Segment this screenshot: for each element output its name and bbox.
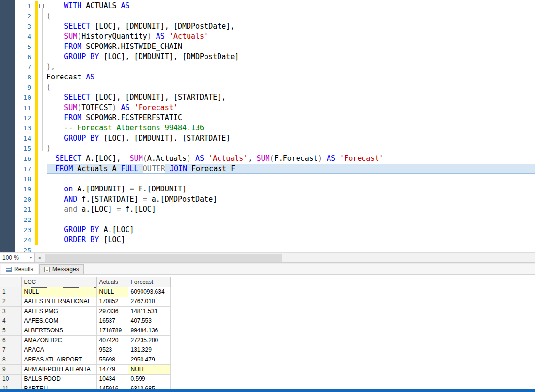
grid-cell[interactable]: 170852 — [96, 297, 128, 306]
editor-line[interactable]: 19 on A.[DMDUNIT] = F.[DMDUNIT] — [0, 184, 535, 194]
row-header-cell[interactable]: 8 — [0, 355, 21, 364]
fold-margin-cell — [35, 194, 47, 204]
fold-margin-cell — [35, 52, 47, 62]
grid-cell[interactable]: NULL — [21, 287, 96, 297]
grid-cell[interactable]: AAFES INTERNATIONAL — [21, 297, 96, 306]
grid-cell[interactable]: 2762.010 — [128, 297, 170, 306]
fold-margin-cell — [35, 93, 47, 103]
code-text: SELECT [LOC], [DMDUNIT], [STARTDATE], — [47, 93, 535, 103]
editor-line[interactable]: 23 GROUP BY A.[LOC] — [0, 225, 535, 235]
grid-cell[interactable]: 16537 — [96, 316, 128, 326]
grid-cell[interactable]: ARACA — [21, 345, 96, 355]
editor-line[interactable]: 4 SUM(HistoryQuantity) AS 'Actuals' — [0, 31, 535, 42]
fold-margin-cell — [35, 133, 47, 143]
editor-line[interactable]: 12 FROM SCPOMGR.FCSTPERFSTATIC — [0, 113, 535, 123]
line-number: 12 — [0, 113, 35, 123]
row-header-cell[interactable]: 3 — [0, 306, 21, 316]
grid-cell[interactable]: 0.599 — [128, 374, 170, 384]
line-number: 9 — [0, 82, 35, 93]
hscroll-track[interactable] — [44, 253, 535, 262]
row-header-cell[interactable]: 4 — [0, 316, 21, 326]
editor-line[interactable]: 20 AND f.[STARTDATE] = a.[DMDPostDate] — [0, 194, 535, 204]
editor-line[interactable]: 8Forecast AS — [0, 72, 535, 82]
query-editor[interactable]: 1 WITH ACTUALS AS2(3 SELECT [LOC], [DMDU… — [0, 0, 535, 252]
code-text: WITH ACTUALS AS — [47, 1, 535, 11]
column-header-forecast[interactable]: Forecast — [128, 277, 170, 287]
fold-margin-cell — [35, 72, 47, 82]
editor-line[interactable]: 16 SELECT A.[LOC], SUM(A.Actuals) AS 'Ac… — [0, 154, 535, 164]
tab-messages[interactable]: Messages — [39, 264, 84, 274]
editor-line[interactable]: 1 WITH ACTUALS AS — [0, 1, 535, 11]
grid-cell[interactable]: 1718789 — [96, 326, 128, 335]
row-header-cell[interactable]: 2 — [0, 297, 21, 306]
grid-cell[interactable]: 407.553 — [128, 316, 170, 326]
editor-line[interactable]: 6 GROUP BY [LOC], [DMDUNIT], [DMDPostDat… — [0, 52, 535, 62]
grid-cell[interactable]: AAFES PMG — [21, 306, 96, 316]
grid-cell[interactable]: 27235.200 — [128, 335, 170, 345]
line-number: 19 — [0, 184, 35, 194]
grid-cell[interactable]: ALBERTSONS — [21, 326, 96, 335]
zoom-dropdown[interactable]: 100 % ▾ — [0, 253, 35, 262]
editor-line[interactable]: 18 — [0, 174, 535, 184]
editor-line[interactable]: 22 — [0, 215, 535, 225]
grid-cell[interactable]: AAFES.COM — [21, 316, 96, 326]
editor-line[interactable]: 10 SELECT [LOC], [DMDUNIT], [STARTDATE], — [0, 93, 535, 103]
grid-cell[interactable]: 131.329 — [128, 345, 170, 355]
table-row: 10BALLS FOOD104340.599 — [0, 374, 170, 384]
grid-cell[interactable]: 10434 — [96, 374, 128, 384]
editor-line[interactable]: 11 SUM(TOTFCST) AS 'Forecast' — [0, 103, 535, 113]
grid-cell[interactable]: 297336 — [96, 306, 128, 316]
grid-cell[interactable]: 14779 — [96, 364, 128, 374]
grid-cell[interactable]: NULL — [96, 287, 128, 297]
editor-line[interactable]: 2( — [0, 11, 535, 21]
fold-margin-cell — [35, 143, 47, 154]
row-header-cell[interactable]: 9 — [0, 364, 21, 374]
editor-line[interactable]: 15) — [0, 143, 535, 154]
grid-cell[interactable]: BARTELL — [21, 384, 96, 389]
scroll-left-button[interactable]: ◄ — [35, 253, 44, 262]
row-header-cell[interactable]: 10 — [0, 374, 21, 384]
editor-line[interactable]: 17 FROM Actuals A FULL OUTER JOIN Foreca… — [0, 164, 535, 174]
editor-line[interactable]: 24 ORDER BY [LOC] — [0, 235, 535, 245]
grid-corner-cell[interactable] — [0, 277, 21, 287]
code-text: ), — [47, 62, 535, 72]
grid-cell[interactable]: 2950.479 — [128, 355, 170, 364]
row-header-cell[interactable]: 7 — [0, 345, 21, 355]
grid-cell[interactable]: BALLS FOOD — [21, 374, 96, 384]
grid-cell[interactable]: ARM AIRPORT ATLANTA — [21, 364, 96, 374]
row-header-cell[interactable]: 6 — [0, 335, 21, 345]
grid-cell[interactable]: 9523 — [96, 345, 128, 355]
editor-hscrollbar: 100 % ▾ ◄ — [0, 252, 535, 262]
row-header-cell[interactable]: 11 — [0, 384, 21, 389]
column-header-loc[interactable]: LOC — [21, 277, 96, 287]
grid-cell[interactable]: 6090093.634 — [128, 287, 170, 297]
grid-cell[interactable]: 99484.136 — [128, 326, 170, 335]
editor-line[interactable]: 25 — [0, 245, 535, 252]
table-row: 4AAFES.COM16537407.553 — [0, 316, 170, 326]
grid-cell[interactable]: NULL — [128, 364, 170, 374]
grid-cell[interactable]: 14811.531 — [128, 306, 170, 316]
editor-line[interactable]: 7), — [0, 62, 535, 72]
grid-cell[interactable]: 55698 — [96, 355, 128, 364]
code-text: FROM Actuals A FULL OUTER JOIN Forecast … — [47, 164, 535, 174]
grid-cell[interactable]: AREAS ATL AIRPORT — [21, 355, 96, 364]
editor-line[interactable]: 21 and a.[LOC] = f.[LOC] — [0, 204, 535, 215]
grid-cell[interactable]: 145916 — [96, 384, 128, 389]
code-text — [47, 215, 535, 225]
hscroll-thumb[interactable] — [45, 254, 282, 262]
row-header-cell[interactable]: 5 — [0, 326, 21, 335]
code-text: FROM SCPOMGR.HISTWIDE_CHAIN — [47, 42, 535, 52]
fold-collapse-button[interactable] — [39, 4, 44, 8]
row-header-cell[interactable]: 1 — [0, 287, 21, 297]
code-text — [47, 245, 535, 252]
editor-line[interactable]: 9( — [0, 82, 535, 93]
grid-cell[interactable]: 6313.685 — [128, 384, 170, 389]
editor-line[interactable]: 5 FROM SCPOMGR.HISTWIDE_CHAIN — [0, 42, 535, 52]
editor-line[interactable]: 3 SELECT [LOC], [DMDUNIT], [DMDPostDate]… — [0, 21, 535, 31]
editor-line[interactable]: 14 GROUP BY [LOC], [DMDUNIT], [STARTDATE… — [0, 133, 535, 143]
tab-results[interactable]: Results — [1, 264, 38, 274]
grid-cell[interactable]: AMAZON B2C — [21, 335, 96, 345]
column-header-actuals[interactable]: Actuals — [96, 277, 128, 287]
grid-cell[interactable]: 407420 — [96, 335, 128, 345]
editor-line[interactable]: 13 -- Forecast Albertsons 99484.136 — [0, 123, 535, 133]
